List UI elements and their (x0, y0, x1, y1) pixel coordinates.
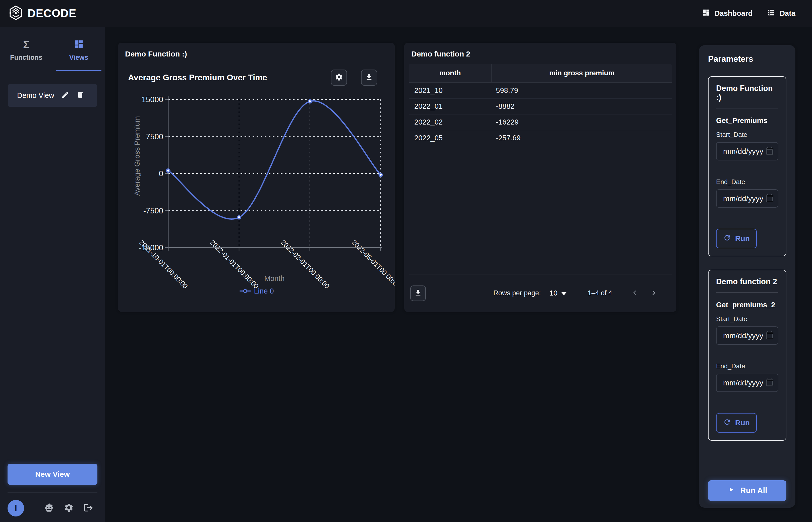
gear-icon[interactable] (64, 503, 74, 514)
rows-per-page-label: Rows per page: (493, 289, 541, 297)
date-placeholder: mm/dd/yyyy (723, 379, 766, 387)
play-icon (727, 486, 735, 495)
download-icon (414, 289, 422, 298)
table-header: month min gross premium (409, 64, 672, 83)
sidebar-item-demo-view[interactable]: Demo View (8, 84, 97, 107)
x-tick-label: 2022-02-01T00:00:00 (280, 239, 331, 290)
nav-item-label: Dashboard (715, 9, 752, 18)
new-view-button[interactable]: New View (7, 464, 97, 485)
y-tick-label: 7500 (146, 132, 163, 141)
dashboard-icon (702, 8, 710, 18)
nav-items: Dashboard Data (702, 8, 795, 18)
start-date-field[interactable]: mm/dd/yyyy (716, 142, 778, 160)
date-placeholder: mm/dd/yyyy (723, 194, 766, 203)
chart-point[interactable] (379, 173, 382, 177)
chart-area[interactable]: 1500075000-7500-150002021-10-01T00:00:00… (118, 86, 395, 312)
chevron-left-icon (630, 288, 639, 298)
chart-buttons (331, 69, 377, 86)
table-download-button[interactable] (410, 285, 426, 301)
date-placeholder: mm/dd/yyyy (723, 147, 766, 156)
previous-page-button[interactable] (630, 288, 639, 298)
download-icon (365, 73, 373, 82)
chart-line (168, 101, 381, 219)
tab-label: Functions (10, 54, 42, 61)
nav-item-data[interactable]: Data (767, 8, 795, 18)
refresh-icon (723, 418, 731, 428)
nav-item-dashboard[interactable]: Dashboard (702, 8, 752, 18)
views-grid-icon (74, 39, 84, 50)
divider (716, 108, 778, 108)
chart-point[interactable] (167, 169, 170, 172)
sidebar-footer: I (0, 493, 105, 517)
y-axis-title: Average Gross Premium (133, 116, 141, 196)
rows-per-page-value: 10 (549, 289, 557, 297)
param-card-title: Demo function 2 (716, 277, 778, 286)
table-row: 2022_02-16229 (409, 115, 672, 130)
table-row: 2022_05-257.69 (409, 130, 672, 146)
end-date-field[interactable]: mm/dd/yyyy (716, 374, 778, 392)
chart-point[interactable] (238, 216, 241, 219)
run-button-label: Run (735, 234, 750, 243)
run-all-label: Run All (740, 486, 767, 495)
table-row: 2022_01-8882 (409, 99, 672, 115)
param-card-title: Demo Function :) (716, 84, 778, 102)
logout-icon[interactable] (83, 503, 94, 514)
chart-download-button[interactable] (361, 69, 377, 86)
x-axis-title: Month (264, 275, 285, 283)
legend-line-marker-icon (239, 287, 251, 295)
start-date-label: Start_Date (716, 131, 778, 139)
chart-point[interactable] (308, 100, 311, 103)
edit-icon[interactable] (61, 91, 69, 100)
app: DECODE Dashboard Data (0, 0, 812, 522)
column-header-month[interactable]: month (409, 64, 492, 82)
pagination-range: 1–4 of 4 (588, 289, 612, 297)
legend-label: Line 0 (254, 287, 274, 295)
tab-views[interactable]: Views (53, 39, 105, 71)
table-cell-value: 598.79 (492, 86, 518, 95)
param-card-demo-function: Demo Function :) Get_Premiums Start_Date… (708, 76, 786, 256)
table-row: 2021_10598.79 (409, 83, 672, 99)
calendar-icon[interactable] (766, 194, 774, 203)
x-tick-label: 2022-05-01T00:00:00 (350, 239, 395, 290)
param-card-demo-function-2: Demo function 2 Get_premiums_2 Start_Dat… (708, 270, 786, 441)
run-button[interactable]: Run (716, 229, 757, 248)
x-tick-label: 2021-10-01T00:00:00 (138, 239, 189, 290)
table-card-title: Demo function 2 (404, 43, 676, 58)
run-all-button[interactable]: Run All (708, 480, 786, 501)
y-tick-label: -7500 (143, 206, 163, 215)
run-button[interactable]: Run (716, 413, 757, 433)
chart-card-title: Demo Function :) (118, 43, 395, 58)
end-date-label: End_Date (716, 178, 778, 186)
function-name: Get_Premiums (716, 117, 778, 125)
brand: DECODE (9, 5, 76, 21)
start-date-field[interactable]: mm/dd/yyyy (716, 326, 778, 345)
table-cell-value: -8882 (492, 102, 514, 111)
column-header-min-gross-premium[interactable]: min gross premium (492, 64, 672, 82)
end-date-field[interactable]: mm/dd/yyyy (716, 189, 778, 208)
footer-icons (44, 502, 94, 514)
date-placeholder: mm/dd/yyyy (723, 332, 766, 340)
view-item-label: Demo View (17, 92, 54, 100)
data-table: month min gross premium 2021_10598.79202… (409, 64, 672, 275)
calendar-icon[interactable] (766, 378, 774, 387)
table-body: 2021_10598.792022_01-88822022_02-1622920… (409, 83, 672, 146)
rows-per-page-select[interactable]: 10 (549, 289, 566, 297)
bot-icon[interactable] (44, 502, 54, 514)
chart-legend[interactable]: Line 0 (239, 287, 274, 295)
divider (716, 292, 778, 293)
tab-label: Views (69, 54, 88, 61)
main-content: Demo Function :) Average Gross Premium O… (105, 27, 699, 522)
sidebar: Σ Functions Views Demo View (0, 27, 105, 522)
y-tick-label: 15000 (142, 95, 163, 104)
tab-functions[interactable]: Σ Functions (0, 39, 53, 71)
chart-settings-button[interactable] (331, 69, 347, 86)
avatar[interactable]: I (7, 500, 24, 517)
x-tick-label: 2022-01-01T00:00:00 (209, 239, 260, 290)
calendar-icon[interactable] (766, 147, 774, 156)
sidebar-bottom: New View I (0, 464, 105, 522)
end-date-label: End_Date (716, 362, 778, 370)
delete-icon[interactable] (76, 91, 84, 100)
calendar-icon[interactable] (766, 331, 774, 340)
view-item-actions (61, 91, 84, 100)
next-page-button[interactable] (649, 288, 658, 298)
